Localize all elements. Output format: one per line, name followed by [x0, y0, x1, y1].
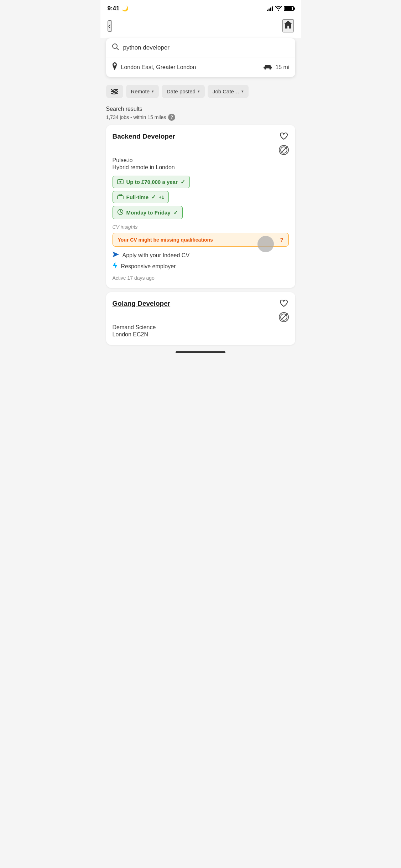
home-bar — [176, 351, 225, 353]
distance-right: 15 mi — [263, 63, 289, 71]
job-title[interactable]: Backend Developer — [113, 132, 275, 141]
active-time: Active 17 days ago — [113, 275, 289, 281]
signal-bar-1 — [267, 10, 268, 11]
home-indicator — [100, 348, 301, 355]
remote-filter-button[interactable]: Remote ▾ — [126, 85, 159, 98]
jobtype-text: Full-time — [126, 194, 149, 200]
apply-text: Apply with your Indeed CV — [123, 252, 190, 259]
svg-marker-22 — [113, 252, 119, 257]
date-posted-label: Date posted — [167, 88, 196, 94]
svg-line-12 — [281, 148, 286, 153]
svg-point-11 — [281, 147, 287, 153]
help-icon[interactable]: ? — [168, 114, 175, 121]
distance-text: 15 mi — [275, 64, 289, 71]
bolt-icon — [113, 262, 118, 271]
cv-help-icon[interactable]: ? — [280, 237, 283, 243]
battery-icon — [284, 6, 294, 11]
signal-bar-4 — [272, 6, 273, 11]
jobtype-check-icon: ✓ — [151, 194, 156, 200]
back-button[interactable]: ‹ — [108, 20, 112, 32]
schedule-text: Monday to Friday — [126, 210, 171, 216]
scroll-indicator — [257, 236, 274, 252]
job-category-chevron-icon: ▾ — [241, 89, 244, 94]
salary-icon — [117, 179, 124, 185]
job-category-label: Job Cate… — [213, 88, 239, 94]
schedule-tag: Monday to Friday ✓ — [113, 206, 183, 219]
salary-tag: Up to £70,000 a year ✓ — [113, 176, 190, 188]
svg-point-24 — [281, 314, 287, 320]
svg-point-10 — [113, 93, 115, 94]
svg-rect-15 — [119, 179, 120, 180]
search-container: London East, Greater London 15 mi — [106, 38, 295, 77]
svg-point-14 — [119, 181, 121, 183]
location-row: London East, Greater London 15 mi — [106, 57, 295, 77]
job-2-company: Demand Science — [113, 324, 289, 331]
job-2-actions — [279, 299, 289, 322]
jobtype-tag: Full-time ✓ +1 — [113, 191, 169, 203]
jobs-list: Backend Developer Pulse.io Hybrid remote… — [100, 122, 301, 348]
schedule-check-icon: ✓ — [173, 210, 178, 216]
responsive-row: Responsive employer — [113, 262, 289, 271]
cv-warning-text: Your CV might be missing qualifications — [118, 237, 213, 243]
status-bar: 9:41 🌙 — [100, 0, 301, 15]
results-count-text: 1,734 jobs - within 15 miles — [106, 114, 166, 120]
job-card-header: Backend Developer — [113, 132, 289, 155]
job-card-2-header: Golang Developer — [113, 299, 289, 322]
jobtype-plus: +1 — [159, 195, 164, 200]
signal-bar-3 — [270, 7, 271, 11]
apply-row[interactable]: Apply with your Indeed CV — [113, 252, 289, 259]
job-card-2[interactable]: Golang Developer Demand Science London E… — [106, 292, 295, 345]
job-2-title[interactable]: Golang Developer — [113, 299, 275, 308]
job-card[interactable]: Backend Developer Pulse.io Hybrid remote… — [106, 125, 295, 288]
hide-job-button[interactable] — [279, 145, 289, 155]
nav-bar: ‹ — [100, 15, 301, 38]
svg-point-8 — [112, 89, 114, 91]
moon-icon: 🌙 — [122, 5, 129, 12]
results-title: Search results — [106, 106, 295, 112]
save-job-2-button[interactable] — [280, 299, 288, 309]
svg-line-25 — [281, 315, 286, 320]
location-pin-icon — [112, 62, 118, 72]
cv-insights-label: CV insights — [113, 224, 289, 230]
hide-job-2-button[interactable] — [279, 312, 289, 322]
job-category-filter-button[interactable]: Job Cate… ▾ — [208, 85, 249, 98]
schedule-icon — [117, 209, 124, 216]
results-header: Search results 1,734 jobs - within 15 mi… — [100, 102, 301, 122]
wifi-icon — [275, 6, 282, 12]
search-icon — [112, 43, 119, 52]
job-actions — [279, 132, 289, 155]
signal-bars — [267, 6, 273, 11]
apply-arrow-icon — [113, 252, 119, 259]
svg-rect-18 — [118, 196, 123, 199]
jobtype-icon — [117, 194, 124, 200]
job-tags: Up to £70,000 a year ✓ Full-time ✓ +1 — [113, 176, 289, 219]
search-row — [106, 38, 295, 57]
search-input[interactable] — [123, 44, 290, 51]
filter-options-button[interactable] — [106, 85, 123, 98]
salary-text: Up to £70,000 a year — [126, 179, 178, 185]
results-count: 1,734 jobs - within 15 miles ? — [106, 114, 295, 121]
salary-check-icon: ✓ — [181, 179, 185, 185]
responsive-text: Responsive employer — [121, 263, 176, 270]
job-company: Pulse.io — [113, 157, 289, 164]
filter-bar: Remote ▾ Date posted ▾ Job Cate… ▾ — [100, 81, 301, 102]
signal-bar-2 — [269, 9, 270, 11]
svg-line-21 — [120, 212, 122, 213]
status-time: 9:41 — [108, 5, 120, 12]
location-text: London East, Greater London — [121, 64, 196, 71]
status-icons — [267, 6, 294, 12]
save-job-button[interactable] — [280, 132, 288, 141]
car-icon — [263, 63, 272, 71]
svg-marker-23 — [113, 262, 118, 269]
home-button[interactable] — [282, 19, 294, 32]
svg-point-9 — [115, 91, 117, 93]
svg-line-1 — [116, 48, 119, 50]
location-left: London East, Greater London — [112, 62, 196, 72]
date-posted-chevron-icon: ▾ — [198, 89, 200, 94]
svg-rect-16 — [121, 179, 122, 180]
remote-chevron-icon: ▾ — [152, 89, 154, 94]
date-posted-filter-button[interactable]: Date posted ▾ — [162, 85, 205, 98]
job-location: Hybrid remote in London — [113, 164, 289, 171]
job-2-location: London EC2N — [113, 331, 289, 338]
remote-filter-label: Remote — [131, 88, 150, 94]
